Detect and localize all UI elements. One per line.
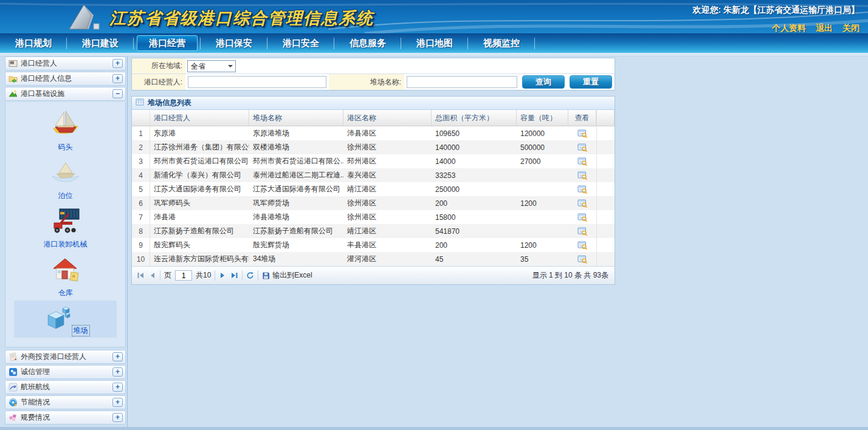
tab-label: 港口经营 — [149, 38, 185, 49]
operator-cell: 江苏徐州港务（集团）有限公司 — [150, 140, 249, 154]
tab-port-operation[interactable]: 港口经营 — [134, 34, 201, 53]
item-warehouse[interactable]: 仓库 — [14, 252, 117, 300]
profile-link[interactable]: 个人资料 — [772, 23, 806, 33]
table-row: 7沛县港沛县港堆场徐州港区15800 — [132, 210, 615, 224]
operator-cell: 巩军师码头 — [150, 196, 249, 210]
group-credit-management[interactable]: 诚信管理+ — [5, 365, 126, 379]
group-port-operator-info[interactable]: 港口经营人信息+ — [5, 72, 126, 86]
total-area-cell: 250000 — [432, 182, 517, 196]
expand-icon[interactable]: + — [112, 59, 123, 68]
view-button[interactable] — [568, 140, 596, 154]
item-machinery[interactable]: 港口装卸机械 — [14, 203, 117, 251]
yard-name-cell: 沛县港堆场 — [249, 210, 343, 224]
refresh-button[interactable] — [246, 271, 254, 279]
row-number-cell: 4 — [132, 168, 150, 182]
view-button[interactable] — [568, 168, 596, 182]
region-select[interactable]: 全省 — [187, 60, 236, 72]
tab-label: 港口保安 — [216, 38, 252, 49]
capacity-cell: 1200 — [517, 196, 568, 210]
view-button[interactable] — [568, 252, 596, 266]
export-excel-button[interactable]: 输出到Excel — [262, 270, 312, 281]
credit-icon — [9, 367, 18, 377]
tab-port-security[interactable]: 港口保安 — [201, 34, 267, 53]
port-area-cell: 灌河港区 — [343, 252, 432, 266]
expand-icon[interactable]: + — [112, 74, 123, 83]
collapse-icon[interactable]: − — [112, 89, 123, 98]
page-label: 页 — [164, 270, 171, 281]
group-fees[interactable]: 规费情况+ — [5, 411, 126, 425]
tab-label: 视频监控 — [483, 38, 520, 49]
first-page-button[interactable] — [137, 271, 145, 279]
table-row: 9殷宪辉码头殷宪辉货场丰县港区2001200 — [132, 238, 615, 252]
port-area-cell: 徐州港区 — [343, 210, 432, 224]
tab-port-safety[interactable]: 港口安全 — [267, 34, 334, 53]
group-label: 规费情况 — [21, 412, 50, 423]
row-number-cell: 10 — [132, 252, 150, 266]
view-button[interactable] — [568, 224, 596, 238]
group-label: 港口经营人信息 — [21, 73, 72, 84]
port-area-cell: 沛县港区 — [343, 126, 432, 140]
infrastructure-icon — [9, 89, 18, 98]
group-flight-routes[interactable]: 航班航线+ — [5, 380, 126, 394]
tab-port-planning[interactable]: 港口规划 — [0, 34, 67, 53]
search-row-fields: 港口经营人: 堆场名称: 查询 重置 — [132, 74, 615, 90]
item-yard[interactable]: 堆场 — [14, 301, 117, 338]
view-button[interactable] — [568, 154, 596, 168]
tab-label: 港口建设 — [82, 38, 119, 49]
view-button[interactable] — [568, 210, 596, 224]
expand-icon[interactable]: + — [112, 413, 123, 422]
group-foreign-investment-operator[interactable]: 外商投资港口经营人+ — [5, 350, 126, 364]
capacity-cell: 35 — [517, 252, 568, 266]
tab-information-service[interactable]: 信息服务 — [334, 34, 401, 53]
yard-name-cell: 江苏新扬子造船有限公司 — [249, 224, 343, 238]
group-energy-saving[interactable]: 节能情况+ — [5, 395, 126, 409]
next-page-button[interactable] — [219, 271, 227, 279]
search-row-region: 所在地域: 全省 — [132, 58, 615, 74]
table-row: 3邳州市黄石货运港口有限公司邳州市黄石货运港口有限公...邳州港区1400027… — [132, 154, 615, 168]
tab-video-monitor[interactable]: 视频监控 — [468, 34, 535, 53]
group-port-infrastructure[interactable]: 港口基础设施− — [5, 87, 126, 101]
item-dock[interactable]: 码头 — [14, 106, 117, 154]
yard-name-cell: 泰州港过船港区二期工程迪... — [249, 168, 343, 182]
query-button[interactable]: 查询 — [522, 75, 565, 89]
yard-name-cell: 巩军师货场 — [249, 196, 343, 210]
row-number-cell: 3 — [132, 154, 150, 168]
view-button[interactable] — [568, 126, 596, 140]
item-berth[interactable]: 泊位 — [14, 155, 117, 203]
expand-icon[interactable]: + — [112, 352, 123, 361]
operator-icon — [9, 59, 18, 68]
operator-cell: 邳州市黄石货运港口有限公司 — [150, 154, 249, 168]
logout-link[interactable]: 退出 — [816, 23, 833, 33]
close-link[interactable]: 关闭 — [842, 23, 859, 33]
page-number-input[interactable] — [175, 270, 192, 281]
expand-icon[interactable]: + — [112, 367, 123, 377]
expand-icon[interactable]: + — [112, 398, 123, 407]
reset-button[interactable]: 重置 — [570, 75, 612, 89]
group-port-operator[interactable]: 港口经营人+ — [5, 56, 126, 70]
view-button[interactable] — [568, 196, 596, 210]
last-page-button[interactable] — [230, 271, 238, 279]
tab-port-construction[interactable]: 港口建设 — [67, 34, 134, 53]
total-area-cell: 15800 — [432, 210, 517, 224]
tab-label: 港口规划 — [15, 38, 52, 49]
port-area-cell: 徐州港区 — [343, 196, 432, 210]
capacity-cell — [517, 182, 568, 196]
port-area-cell: 靖江港区 — [343, 182, 432, 196]
group-label: 港口基础设施 — [21, 89, 64, 99]
tab-port-map[interactable]: 港口地图 — [401, 34, 468, 53]
berth-icon — [50, 158, 81, 187]
operator-input[interactable] — [188, 76, 326, 88]
expand-icon[interactable]: + — [112, 383, 123, 392]
operator-label: 港口经营人: — [132, 74, 185, 90]
prev-page-button[interactable] — [148, 271, 156, 279]
grid-title-bar: 堆场信息列表 — [132, 97, 615, 110]
total-area-cell: 45 — [432, 252, 517, 266]
capacity-cell: 1200 — [517, 238, 568, 252]
view-button[interactable] — [568, 182, 596, 196]
yard-name-input[interactable] — [407, 76, 517, 88]
machinery-icon — [50, 206, 81, 236]
yard-name-label: 堆场名称: — [329, 74, 404, 90]
view-button[interactable] — [568, 238, 596, 252]
table-row: 2江苏徐州港务（集团）有限公司双楼港堆场徐州港区140000500000 — [132, 140, 615, 154]
total-area-cell: 200 — [432, 196, 517, 210]
